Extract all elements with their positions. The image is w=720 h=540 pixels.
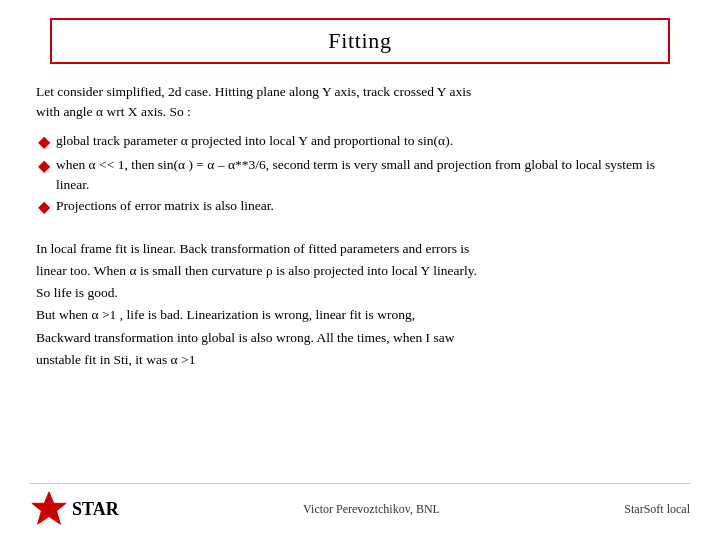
intro-paragraph: Let consider simplified, 2d case. Hittin… [30, 82, 690, 121]
body-line3: So life is good. [36, 283, 690, 303]
logo-text: STAR [72, 499, 119, 520]
bullet-text-1: global track parameter α projected into … [56, 131, 453, 151]
body-line5: Backward transformation into global is a… [36, 328, 690, 348]
body-line4: But when α >1 , life is bad. Linearizati… [36, 305, 690, 325]
svg-marker-0 [32, 492, 66, 524]
footer-right-text: StarSoft local [624, 502, 690, 517]
body-line2: linear too. When α is small then curvatu… [36, 261, 690, 281]
slide-title: Fitting [50, 18, 670, 64]
bullet-item-2: ◆ when α << 1, then sin(α ) = α – α**3/6… [38, 155, 690, 194]
body-line6: unstable fit in Sti, it was α >1 [36, 350, 690, 370]
bullet-item-3: ◆ Projections of error matrix is also li… [38, 196, 690, 218]
intro-line2: with angle α wrt X axis. So : [36, 104, 191, 119]
intro-line1: Let consider simplified, 2d case. Hittin… [36, 84, 471, 99]
star-icon [30, 490, 68, 528]
body-paragraph: In local frame fit is linear. Back trans… [30, 239, 690, 373]
bullet-diamond-icon: ◆ [38, 130, 50, 153]
footer-center-text: Victor Perevoztchikov, BNL [303, 502, 440, 517]
footer: STAR Victor Perevoztchikov, BNL StarSoft… [30, 483, 690, 528]
bullet-item-1: ◆ global track parameter α projected int… [38, 131, 690, 153]
slide: Fitting Let consider simplified, 2d case… [0, 0, 720, 540]
bullet-diamond-icon: ◆ [38, 154, 50, 177]
bullet-text-3: Projections of error matrix is also line… [56, 196, 274, 216]
bullet-text-2: when α << 1, then sin(α ) = α – α**3/6, … [56, 155, 690, 194]
bullet-diamond-icon: ◆ [38, 195, 50, 218]
body-line1: In local frame fit is linear. Back trans… [36, 239, 690, 259]
star-logo: STAR [30, 490, 119, 528]
bullet-list: ◆ global track parameter α projected int… [38, 131, 690, 221]
